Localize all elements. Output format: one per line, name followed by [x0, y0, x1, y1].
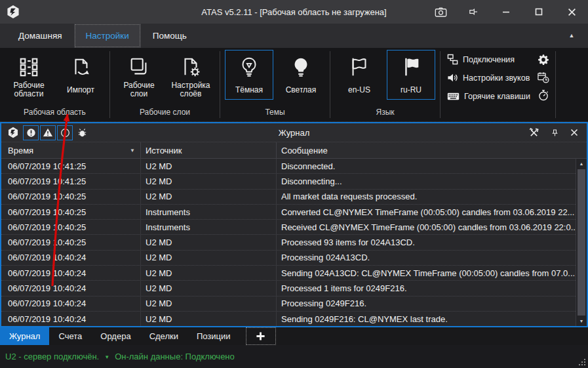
- group-caption-layers: Рабочие слои: [110, 105, 220, 121]
- journal-row[interactable]: 06/07/2019 10:41:25 U2 MD Disconnecting.…: [1, 174, 576, 189]
- journal-panel-header: Журнал: [1, 123, 587, 142]
- working-layers-button[interactable]: Рабочие слои: [115, 50, 163, 100]
- maximize-button[interactable]: [522, 0, 555, 24]
- network-icon: [447, 54, 458, 65]
- screenshot-button[interactable]: [424, 0, 457, 24]
- journal-row[interactable]: 06/07/2019 10:40:24 U2 MD Processing 024…: [1, 251, 576, 266]
- column-header-source[interactable]: Источник: [140, 142, 276, 158]
- tab-positions[interactable]: Позиции: [187, 327, 240, 345]
- cell-message: Processed 93 items for 024A13CD.: [276, 235, 576, 249]
- server-status[interactable]: U2 - сервер подключён.: [5, 352, 99, 361]
- tab-settings[interactable]: Настройки: [74, 24, 141, 48]
- layer-settings-button[interactable]: Настройка слоёв: [167, 50, 215, 100]
- journal-row[interactable]: 06/07/2019 10:40:24 U2 MD Processed 1 it…: [1, 281, 576, 296]
- cell-message: Sending 0249F216: CL@NYMEX last trade.: [276, 312, 576, 326]
- column-header-message[interactable]: Сообщение: [276, 142, 587, 158]
- cell-message: Processing 0249F216.: [276, 296, 576, 311]
- chevron-down-icon[interactable]: ▼: [104, 353, 109, 360]
- cell-source: U2 MD: [140, 266, 276, 280]
- ribbon: Рабочие области Импорт Рабочая область Р…: [0, 48, 588, 122]
- journal-row[interactable]: 06/07/2019 10:41:25 U2 MD Disconnected.: [1, 159, 576, 174]
- cell-message: Disconnected.: [276, 159, 576, 173]
- resize-grip[interactable]: [578, 358, 586, 366]
- tab-home[interactable]: Домашняя: [7, 24, 74, 48]
- sound-settings-item[interactable]: Настройки звуков: [447, 72, 530, 84]
- hotkeys-item[interactable]: Горячие клавиши: [447, 90, 530, 102]
- stopwatch-icon: [538, 89, 549, 101]
- journal-pin-button[interactable]: [551, 129, 559, 137]
- cell-source: U2 MD: [140, 251, 276, 265]
- document-gear-icon: [180, 53, 202, 81]
- workspaces-label: Рабочие области: [5, 81, 52, 99]
- workspaces-button[interactable]: Рабочие области: [5, 50, 53, 100]
- cell-source: U2 MD: [140, 174, 276, 188]
- theme-light-button[interactable]: Светлая: [277, 50, 325, 100]
- vertical-scrollbar[interactable]: ▲ ▼: [576, 159, 587, 326]
- pin-window-button[interactable]: [457, 0, 490, 24]
- gear-icon: [538, 54, 549, 66]
- filter-debug-toggle[interactable]: [74, 125, 90, 140]
- keyboard-icon: [447, 92, 460, 101]
- add-panel-button[interactable]: [246, 327, 276, 345]
- camera-icon: [435, 7, 447, 18]
- cell-message: Converted CL@NYMEX TimeFrame (00:05:00) …: [276, 205, 576, 219]
- language-ru-button[interactable]: ru-RU: [387, 50, 435, 100]
- tab-orders[interactable]: Ордера: [91, 327, 140, 345]
- filter-errors-toggle[interactable]: [23, 125, 39, 140]
- settings-gear-button[interactable]: [537, 53, 550, 66]
- scroll-down-button[interactable]: ▼: [576, 316, 587, 326]
- scroll-up-button[interactable]: ▲: [576, 159, 587, 169]
- filter-warnings-toggle[interactable]: [40, 125, 56, 140]
- journal-row[interactable]: 06/07/2019 10:40:24 U2 MD Processing 024…: [1, 296, 576, 312]
- timer-button[interactable]: [537, 89, 550, 101]
- tab-deals[interactable]: Сделки: [140, 327, 187, 345]
- collapse-ribbon-button[interactable]: ▲: [564, 29, 579, 42]
- group-language: en-US ru-RU Язык: [330, 48, 440, 121]
- journal-row[interactable]: 06/07/2019 10:40:25 U2 MD All market dat…: [1, 190, 576, 205]
- layer-settings-label: Настройка слоёв: [167, 81, 214, 99]
- cell-message: Sending 024A13CD: CL@NYMEX TimeFrame (00…: [276, 266, 576, 280]
- layers-icon: [128, 53, 150, 81]
- cell-time: 06/07/2019 10:40:24: [1, 266, 140, 280]
- connections-item[interactable]: Подключения: [447, 53, 530, 66]
- journal-row[interactable]: 06/07/2019 10:40:25 Instruments Received…: [1, 220, 576, 235]
- cell-source: U2 MD: [140, 296, 276, 311]
- journal-close-button[interactable]: [570, 129, 578, 136]
- tab-help[interactable]: Помощь: [141, 24, 199, 48]
- scroll-thumb[interactable]: [578, 169, 585, 316]
- cell-source: U2 MD: [140, 281, 276, 295]
- import-button[interactable]: Импорт: [56, 50, 105, 100]
- journal-panel: Журнал Время ▼ Источник Сообщение: [0, 122, 588, 327]
- journal-settings-button[interactable]: [528, 127, 539, 138]
- journal-row[interactable]: 06/07/2019 10:40:25 Instruments Converte…: [1, 205, 576, 220]
- cell-time: 06/07/2019 10:40:24: [1, 296, 140, 311]
- journal-row[interactable]: 06/07/2019 10:40:25 U2 MD Processed 93 i…: [1, 235, 576, 250]
- plus-icon: [256, 331, 265, 341]
- minimize-button[interactable]: [490, 0, 522, 24]
- info-icon: [60, 128, 70, 138]
- theme-dark-button[interactable]: Тёмная: [225, 50, 273, 100]
- pin-icon: [468, 7, 479, 17]
- close-button[interactable]: [555, 0, 588, 24]
- group-themes: Тёмная Светлая Темы: [220, 48, 330, 121]
- close-icon: [568, 8, 576, 16]
- sort-descending-icon[interactable]: ▼: [130, 148, 135, 153]
- cell-source: U2 MD: [140, 159, 276, 173]
- bulb-filled-icon: [290, 53, 312, 81]
- language-en-button[interactable]: en-US: [335, 50, 383, 100]
- cell-source: U2 MD: [140, 235, 276, 249]
- filter-info-toggle[interactable]: [57, 125, 73, 140]
- bulb-outline-icon: [238, 53, 260, 81]
- sound-schedule-button[interactable]: [537, 71, 550, 83]
- cell-time: 06/07/2019 10:41:25: [1, 174, 140, 188]
- window-controls: [424, 0, 588, 24]
- journal-row[interactable]: 06/07/2019 10:40:24 U2 MD Sending 0249F2…: [1, 312, 576, 326]
- cell-time: 06/07/2019 10:40:24: [1, 312, 140, 326]
- theme-light-label: Светлая: [286, 81, 317, 99]
- column-header-time[interactable]: Время ▼: [1, 142, 140, 158]
- group-quick-settings: Подключения Настройки звуков Горячие кла…: [441, 48, 555, 121]
- tab-accounts[interactable]: Счета: [49, 327, 91, 345]
- journal-row[interactable]: 06/07/2019 10:40:24 U2 MD Sending 024A13…: [1, 266, 576, 281]
- tab-journal[interactable]: Журнал: [0, 327, 49, 345]
- journal-logo-icon: [7, 127, 19, 138]
